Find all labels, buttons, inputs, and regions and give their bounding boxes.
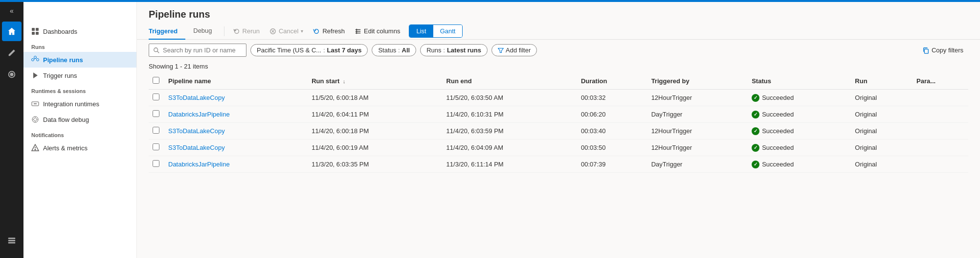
row-pipeline-name: S3ToDataLakeCopy — [164, 123, 308, 140]
refresh-button[interactable]: Refresh — [308, 24, 350, 38]
edit-columns-label: Edit columns — [364, 27, 400, 35]
row-checkbox[interactable] — [153, 143, 159, 150]
runs-filter-label: Runs — [426, 47, 441, 54]
svg-marker-27 — [498, 48, 504, 52]
rerun-icon — [233, 28, 240, 35]
svg-rect-3 — [8, 240, 15, 241]
status-check: ✓ — [754, 145, 757, 150]
row-parameters — [913, 156, 968, 173]
svg-rect-5 — [32, 28, 35, 31]
row-triggered-by: 12HourTrigger — [647, 123, 748, 140]
copy-filters-button[interactable]: Copy filters — [917, 44, 968, 56]
sidebar-item-pipeline-runs[interactable]: Pipeline runs — [23, 52, 136, 68]
row-run-start: 11/5/20, 6:00:18 AM — [308, 90, 442, 106]
refresh-label: Refresh — [322, 27, 345, 35]
sidebar: Dashboards Runs Pipeline runs Trigger ru… — [23, 0, 137, 258]
icon-nav: « — [0, 0, 23, 258]
col-run-start[interactable]: Run start ↓ — [308, 73, 442, 90]
svg-rect-28 — [924, 49, 928, 53]
svg-rect-2 — [8, 238, 15, 239]
cancel-icon — [269, 28, 276, 35]
tab-debug[interactable]: Debug — [185, 23, 220, 39]
row-parameters — [913, 106, 968, 123]
cancel-button[interactable]: Cancel ▾ — [265, 24, 308, 38]
nav-icon-monitor[interactable] — [2, 65, 22, 84]
rerun-button[interactable]: Rerun — [228, 24, 265, 38]
sidebar-item-alerts-metrics-label: Alerts & metrics — [43, 144, 88, 152]
time-filter-value: Last 7 days — [327, 47, 362, 54]
status-filter-label: Status — [378, 47, 396, 54]
filter-icon — [498, 47, 504, 53]
row-checkbox-cell — [149, 90, 164, 106]
add-filter-button[interactable]: Add filter — [491, 44, 537, 56]
pipeline-link[interactable]: DatabricksJarPipeline — [168, 111, 230, 118]
row-parameters — [913, 90, 968, 106]
row-pipeline-name: DatabricksJarPipeline — [164, 156, 308, 173]
status-cell: ✓ Succeeded — [752, 144, 847, 152]
col-duration: Duration — [577, 73, 647, 90]
row-run-start: 11/4/20, 6:04:11 PM — [308, 106, 442, 123]
top-bar — [0, 0, 980, 2]
copy-icon — [922, 47, 929, 54]
table-row: S3ToDataLakeCopy 11/5/20, 6:00:18 AM 11/… — [149, 90, 968, 106]
search-input[interactable] — [163, 47, 241, 54]
tab-divider — [224, 26, 224, 36]
nav-icon-edit[interactable] — [2, 43, 22, 63]
select-all-checkbox[interactable] — [153, 77, 159, 84]
row-run-end: 11/3/20, 6:11:14 PM — [443, 156, 577, 173]
row-checkbox[interactable] — [153, 110, 159, 117]
collapse-icon-wrap[interactable]: « — [0, 2, 23, 20]
svg-point-9 — [32, 59, 34, 61]
pipeline-link[interactable]: S3ToDataLakeCopy — [168, 144, 225, 151]
status-cell: ✓ Succeeded — [752, 111, 847, 118]
notifications-section-label: Notifications — [23, 127, 136, 140]
row-checkbox[interactable] — [153, 94, 159, 100]
table-container: Showing 1 - 21 items Pipeline name Run s… — [137, 61, 980, 258]
collapse-icon[interactable]: « — [6, 2, 18, 20]
sidebar-item-dashboards[interactable]: Dashboards — [23, 23, 136, 39]
row-status: ✓ Succeeded — [748, 90, 851, 106]
edit-columns-icon — [355, 28, 361, 35]
refresh-icon — [313, 28, 320, 35]
row-status: ✓ Succeeded — [748, 106, 851, 123]
search-box[interactable] — [149, 44, 246, 57]
sidebar-item-trigger-runs-label: Trigger runs — [43, 72, 77, 79]
sidebar-item-pipeline-runs-label: Pipeline runs — [43, 56, 83, 64]
pipeline-link[interactable]: S3ToDataLakeCopy — [168, 127, 225, 135]
home-icon — [7, 27, 16, 36]
sidebar-item-integration-runtimes[interactable]: Integration runtimes — [23, 96, 136, 112]
time-filter-chip[interactable]: Pacific Time (US & C... : Last 7 days — [250, 44, 368, 56]
svg-rect-8 — [36, 32, 39, 35]
pipeline-link[interactable]: DatabricksJarPipeline — [168, 161, 230, 168]
dashboards-icon — [31, 27, 39, 35]
status-dot: ✓ — [752, 111, 759, 118]
row-run: Original — [851, 123, 913, 140]
sidebar-item-alerts-metrics[interactable]: Alerts & metrics — [23, 140, 136, 156]
table-row: DatabricksJarPipeline 11/4/20, 6:04:11 P… — [149, 106, 968, 123]
copy-filters-label: Copy filters — [932, 47, 963, 54]
svg-rect-6 — [36, 28, 39, 31]
nav-icon-home[interactable] — [2, 22, 22, 41]
view-gantt-button[interactable]: Gantt — [433, 25, 463, 37]
col-status: Status — [748, 73, 851, 90]
row-checkbox[interactable] — [153, 160, 159, 167]
view-list-button[interactable]: List — [409, 25, 433, 37]
status-cell: ✓ Succeeded — [752, 127, 847, 135]
row-triggered-by: DayTrigger — [647, 156, 748, 173]
edit-columns-button[interactable]: Edit columns — [350, 24, 405, 38]
tab-triggered[interactable]: Triggered — [149, 23, 185, 40]
row-run-end: 11/4/20, 6:04:09 AM — [443, 140, 577, 156]
sidebar-item-data-flow-debug[interactable]: Data flow debug — [23, 112, 136, 127]
runtimes-section-label: Runtimes & sessions — [23, 83, 136, 96]
alerts-metrics-icon — [31, 144, 39, 152]
pipeline-link[interactable]: S3ToDataLakeCopy — [168, 94, 225, 101]
row-checkbox[interactable] — [153, 127, 159, 134]
runs-filter-chip[interactable]: Runs : Latest runs — [420, 44, 488, 56]
status-label: Succeeded — [762, 94, 794, 101]
table-row: S3ToDataLakeCopy 11/4/20, 6:00:19 AM 11/… — [149, 140, 968, 156]
sidebar-item-trigger-runs[interactable]: Trigger runs — [23, 68, 136, 83]
row-duration: 00:07:39 — [577, 156, 647, 173]
status-filter-chip[interactable]: Status : All — [372, 44, 416, 56]
main-content: Pipeline runs Triggered Debug Rerun Canc… — [137, 0, 980, 258]
nav-icon-manage[interactable] — [2, 231, 22, 250]
